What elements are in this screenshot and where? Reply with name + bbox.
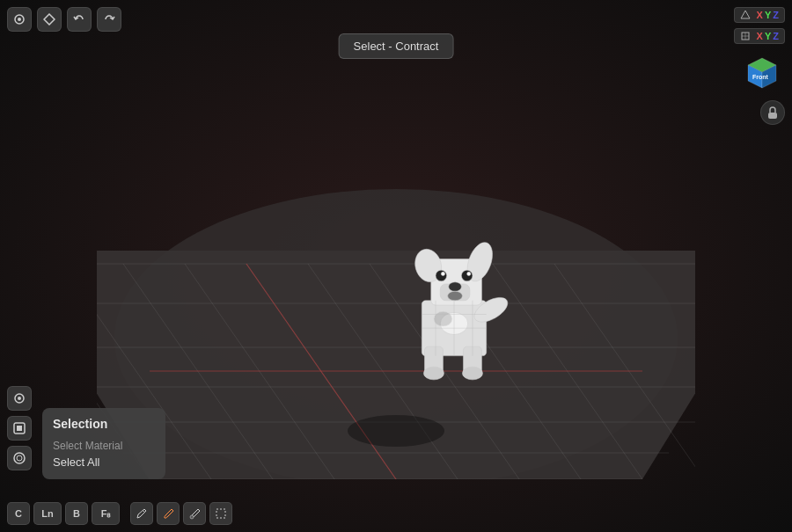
svg-point-31: [461, 270, 473, 281]
axis-indicator-2[interactable]: X Y Z: [734, 28, 785, 44]
svg-point-59: [18, 397, 21, 400]
panel-icon-3[interactable]: [7, 446, 32, 470]
diamond-btn[interactable]: [37, 7, 62, 32]
svg-point-30: [441, 272, 444, 275]
svg-text:Front: Front: [752, 74, 769, 80]
dog-model: [357, 208, 551, 402]
svg-point-40: [434, 311, 452, 326]
b-btn[interactable]: B: [65, 502, 88, 525]
svg-point-38: [462, 367, 482, 380]
svg-point-29: [436, 270, 447, 281]
top-toolbar: [7, 7, 121, 32]
svg-marker-48: [44, 14, 55, 25]
undo-btn[interactable]: [67, 7, 92, 32]
svg-point-37: [423, 367, 444, 380]
popup-title: Selection: [53, 417, 155, 431]
redo-btn[interactable]: [97, 7, 121, 32]
svg-point-62: [14, 453, 25, 463]
lock-icon-btn[interactable]: [760, 100, 785, 125]
svg-point-28: [449, 281, 462, 290]
color-brush-tool[interactable]: [183, 502, 206, 525]
select-contract-tooltip: Select - Contract: [339, 33, 454, 59]
select-region-tool[interactable]: [209, 502, 232, 525]
svg-rect-61: [17, 426, 22, 431]
f8-btn[interactable]: F₈: [92, 502, 120, 525]
svg-point-63: [17, 455, 22, 461]
svg-point-33: [448, 291, 463, 300]
c-btn[interactable]: C: [7, 502, 30, 525]
panel-icon-2[interactable]: [7, 416, 32, 441]
axis-row-1: X Y Z: [734, 7, 785, 23]
ln-btn[interactable]: Ln: [33, 502, 62, 525]
select-material-item[interactable]: Select Material: [53, 438, 155, 454]
svg-point-47: [18, 18, 21, 21]
select-all-item[interactable]: Select All: [53, 454, 155, 470]
svg-point-22: [348, 415, 444, 447]
panel-icon-1[interactable]: [7, 386, 32, 411]
axis-row-2: X Y Z: [734, 28, 785, 44]
svg-point-65: [190, 515, 194, 519]
front-cube[interactable]: Front: [739, 49, 785, 95]
bottom-toolbar: C Ln B F₈: [7, 502, 232, 525]
brush-tool[interactable]: [157, 502, 180, 525]
selection-popup: Selection Select Material Select All: [42, 408, 165, 479]
pencil-tool[interactable]: [130, 502, 153, 525]
axis-indicator-1[interactable]: X Y Z: [734, 7, 785, 23]
cursor-btn[interactable]: [7, 7, 32, 32]
tooltip-text: Select - Contract: [354, 40, 439, 53]
svg-rect-66: [216, 509, 225, 518]
axis-top-right: X Y Z X Y Z: [734, 7, 785, 125]
svg-point-32: [467, 272, 471, 275]
viewport: Select - Contract X Y Z X Y: [0, 0, 792, 532]
left-panel: [7, 386, 32, 470]
svg-rect-57: [768, 113, 777, 119]
svg-line-64: [143, 510, 145, 513]
svg-marker-49: [741, 11, 750, 18]
